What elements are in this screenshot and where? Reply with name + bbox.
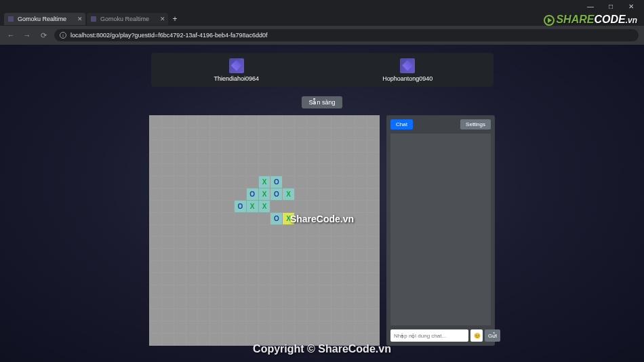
board-cell[interactable] [186,285,198,297]
board-cell[interactable] [259,225,270,237]
board-cell[interactable]: X [247,201,258,212]
board-cell[interactable] [295,201,306,212]
board-cell[interactable] [367,188,379,200]
board-cell[interactable] [307,140,319,152]
board-cell[interactable] [210,176,222,188]
board-cell[interactable] [150,261,161,273]
board-cell[interactable] [210,309,222,321]
board-cell[interactable] [307,128,319,140]
board-cell[interactable] [162,128,174,140]
board-cell[interactable] [295,309,306,321]
board-cell[interactable] [319,128,331,140]
board-cell[interactable] [235,298,246,309]
board-cell[interactable] [174,116,186,127]
board-cell[interactable] [162,298,174,309]
board-cell[interactable] [247,153,258,164]
board-cell[interactable] [210,201,222,212]
gomoku-board[interactable]: XOOXOXOXXOX [149,115,380,346]
board-cell[interactable] [319,140,331,152]
board-cell[interactable] [319,249,331,260]
board-cell[interactable] [367,176,379,188]
board-cell[interactable] [235,321,246,333]
board-cell[interactable] [210,249,222,260]
board-cell[interactable]: O [270,188,282,200]
board-cell[interactable] [331,309,343,321]
board-cell[interactable] [307,201,319,212]
board-cell[interactable] [259,128,270,140]
board-cell[interactable] [186,140,198,152]
board-cell[interactable] [247,298,258,309]
board-cell[interactable] [235,249,246,260]
new-tab-button[interactable]: + [169,14,180,24]
board-cell[interactable] [307,249,319,260]
board-cell[interactable] [210,298,222,309]
board-cell[interactable] [210,285,222,297]
board-cell[interactable] [259,298,270,309]
board-cell[interactable] [283,261,294,273]
board-cell[interactable] [174,237,186,248]
board-cell[interactable] [283,201,294,212]
board-cell[interactable] [222,188,234,200]
board-cell[interactable] [355,213,367,224]
board-cell[interactable] [307,309,319,321]
forward-button[interactable]: → [22,30,33,41]
board-cell[interactable] [270,140,282,152]
board-cell[interactable] [295,225,306,237]
board-cell[interactable] [259,249,270,260]
board-cell[interactable] [343,285,355,297]
board-cell[interactable] [259,309,270,321]
board-cell[interactable] [343,164,355,176]
board-cell[interactable] [355,261,367,273]
board-cell[interactable] [247,140,258,152]
board-cell[interactable] [270,164,282,176]
board-cell[interactable] [235,128,246,140]
board-cell[interactable] [331,164,343,176]
board-cell[interactable] [174,261,186,273]
board-cell[interactable] [235,261,246,273]
board-cell[interactable]: O [235,201,246,212]
board-cell[interactable] [235,140,246,152]
board-cell[interactable] [331,153,343,164]
send-button[interactable]: Gửi [485,329,500,342]
board-cell[interactable] [174,309,186,321]
board-cell[interactable] [222,213,234,224]
board-cell[interactable] [355,298,367,309]
board-cell[interactable] [162,285,174,297]
board-cell[interactable] [247,273,258,285]
board-cell[interactable] [162,140,174,152]
board-cell[interactable] [343,128,355,140]
board-cell[interactable] [162,213,174,224]
board-cell[interactable] [270,116,282,127]
board-cell[interactable] [295,164,306,176]
board-cell[interactable] [319,225,331,237]
board-cell[interactable] [343,309,355,321]
board-cell[interactable] [307,225,319,237]
chat-log[interactable] [390,134,491,325]
board-cell[interactable] [343,249,355,260]
board-cell[interactable] [307,321,319,333]
board-cell[interactable] [270,225,282,237]
board-cell[interactable] [367,153,379,164]
board-cell[interactable] [343,140,355,152]
board-cell[interactable] [210,116,222,127]
tab-close-icon[interactable]: ✕ [77,16,83,22]
board-cell[interactable] [162,249,174,260]
board-cell[interactable] [235,176,246,188]
board-cell[interactable] [222,164,234,176]
board-cell[interactable] [307,237,319,248]
board-cell[interactable] [355,140,367,152]
board-cell[interactable] [150,249,161,260]
board-cell[interactable] [247,249,258,260]
board-cell[interactable] [355,188,367,200]
board-cell[interactable] [307,261,319,273]
board-cell[interactable] [283,116,294,127]
board-cell[interactable] [355,225,367,237]
board-cell[interactable] [319,164,331,176]
board-cell[interactable] [198,188,209,200]
board-cell[interactable] [198,116,209,127]
board-cell[interactable] [283,164,294,176]
board-cell[interactable] [198,128,209,140]
board-cell[interactable] [150,309,161,321]
board-cell[interactable] [319,188,331,200]
board-cell[interactable] [295,188,306,200]
